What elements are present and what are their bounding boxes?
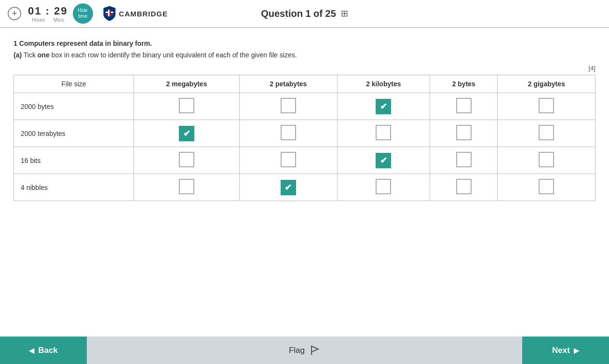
checkbox-r2-c3[interactable] bbox=[430, 147, 498, 174]
marks: [4] bbox=[14, 65, 595, 72]
bold-one: one bbox=[38, 51, 50, 59]
grid-icon[interactable]: ⊞ bbox=[341, 8, 348, 19]
checkbox-box-r1-c3 bbox=[456, 125, 472, 140]
checkbox-r1-c0[interactable] bbox=[134, 120, 239, 147]
col-header-petabytes: 2 petabytes bbox=[240, 75, 337, 93]
checkbox-box-r3-c0 bbox=[179, 179, 194, 194]
col-header-gigabytes: 2 gigabytes bbox=[498, 75, 595, 93]
checkbox-box-r3-c4 bbox=[539, 179, 554, 194]
part-label: (a) bbox=[14, 51, 22, 59]
cambridge-logo: CAMBRIDGE bbox=[103, 6, 168, 21]
add-button[interactable]: + bbox=[8, 7, 21, 20]
checkbox-box-r0-c0 bbox=[179, 98, 194, 113]
checkbox-box-r0-c1 bbox=[281, 98, 296, 113]
checkbox-r3-c0[interactable] bbox=[134, 174, 239, 201]
checkbox-r0-c4[interactable] bbox=[498, 93, 595, 120]
checkbox-box-r2-c3 bbox=[456, 152, 472, 167]
checkbox-r0-c3[interactable] bbox=[430, 93, 498, 120]
checkbox-box-r1-c1 bbox=[281, 125, 296, 140]
timer-labels: Hours Mins bbox=[32, 17, 64, 23]
table-row: 2000 bytes bbox=[14, 93, 595, 120]
question-part: (a) Tick one box in each row to identify… bbox=[14, 51, 595, 59]
checkbox-r0-c2[interactable] bbox=[337, 93, 430, 120]
header-center: Question 1 of 25 ⊞ bbox=[261, 8, 348, 19]
checkbox-box-r2-c2 bbox=[376, 153, 391, 168]
hide-time-button[interactable]: Hide time bbox=[73, 3, 93, 24]
checkbox-r3-c3[interactable] bbox=[430, 174, 498, 201]
checkbox-box-r2-c0 bbox=[179, 152, 194, 167]
checkbox-r2-c1[interactable] bbox=[240, 147, 337, 174]
row-label-1: 2000 terabytes bbox=[14, 120, 134, 147]
checkbox-box-r2-c1 bbox=[281, 152, 296, 167]
checkbox-box-r1-c0 bbox=[179, 126, 194, 141]
checkbox-r3-c4[interactable] bbox=[498, 174, 595, 201]
part-rest: box in each row to identify the binary u… bbox=[52, 51, 297, 59]
checkbox-r1-c4[interactable] bbox=[498, 120, 595, 147]
header: + 01 : 29 Hours Mins Hide time CAMBRIDGE bbox=[0, 0, 609, 28]
checkbox-r3-c2[interactable] bbox=[337, 174, 430, 201]
header-left: + 01 : 29 Hours Mins Hide time CAMBRIDGE bbox=[8, 3, 168, 24]
table-row: 16 bits bbox=[14, 147, 595, 174]
table-row: 4 nibbles bbox=[14, 174, 595, 201]
checkbox-r2-c4[interactable] bbox=[498, 147, 595, 174]
row-label-2: 16 bits bbox=[14, 147, 134, 174]
checkbox-box-r3-c1 bbox=[281, 180, 296, 195]
checkbox-box-r1-c2 bbox=[376, 125, 391, 140]
row-label-0: 2000 bytes bbox=[14, 93, 134, 120]
checkbox-r1-c2[interactable] bbox=[337, 120, 430, 147]
timer: 01 : 29 Hours Mins bbox=[28, 5, 68, 23]
hours-label: Hours bbox=[32, 17, 45, 23]
checkbox-box-r3-c3 bbox=[456, 179, 472, 194]
checkbox-r3-c1[interactable] bbox=[240, 174, 337, 201]
svg-rect-2 bbox=[108, 10, 109, 16]
checkbox-box-r0-c2 bbox=[376, 99, 391, 114]
main-content: 1 Computers represent data in binary for… bbox=[0, 28, 609, 213]
timer-hours: 01 bbox=[28, 5, 41, 17]
checkbox-r1-c3[interactable] bbox=[430, 120, 498, 147]
col-header-kilobytes: 2 kilobytes bbox=[337, 75, 430, 93]
question-statement: Computers represent data in binary form. bbox=[19, 40, 152, 47]
col-header-bytes: 2 bytes bbox=[430, 75, 498, 93]
svg-rect-3 bbox=[109, 10, 111, 16]
question-title: Question 1 of 25 bbox=[261, 8, 336, 19]
checkbox-box-r3-c2 bbox=[376, 179, 391, 194]
table-header-row: File size 2 megabytes 2 petabytes 2 kilo… bbox=[14, 75, 595, 93]
checkbox-r0-c0[interactable] bbox=[134, 93, 239, 120]
checkbox-box-r0-c4 bbox=[539, 98, 554, 113]
cambridge-text: CAMBRIDGE bbox=[119, 10, 168, 18]
row-label-3: 4 nibbles bbox=[14, 174, 134, 201]
table-row: 2000 terabytes bbox=[14, 120, 595, 147]
checkbox-box-r0-c3 bbox=[456, 98, 472, 113]
checkbox-r0-c1[interactable] bbox=[240, 93, 337, 120]
mins-label: Mins bbox=[54, 17, 64, 23]
checkbox-box-r2-c4 bbox=[539, 152, 554, 167]
checkbox-r2-c2[interactable] bbox=[337, 147, 430, 174]
col-header-filesize: File size bbox=[14, 75, 134, 93]
timer-mins: 29 bbox=[54, 5, 68, 17]
question-number: 1 Computers represent data in binary for… bbox=[14, 40, 595, 47]
cambridge-shield-icon bbox=[103, 6, 116, 21]
answer-table: File size 2 megabytes 2 petabytes 2 kilo… bbox=[14, 75, 595, 201]
timer-separator: : bbox=[46, 5, 50, 17]
checkbox-r1-c1[interactable] bbox=[240, 120, 337, 147]
col-header-megabytes: 2 megabytes bbox=[134, 75, 239, 93]
checkbox-box-r1-c4 bbox=[539, 125, 554, 140]
checkbox-r2-c0[interactable] bbox=[134, 147, 239, 174]
timer-digits: 01 : 29 bbox=[28, 5, 68, 17]
